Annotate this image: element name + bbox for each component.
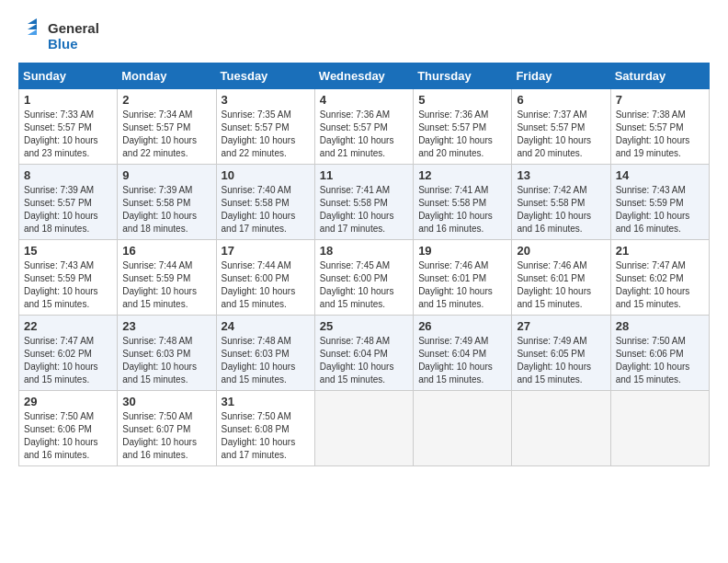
day-number: 20: [517, 244, 605, 258]
day-number: 1: [24, 93, 112, 107]
day-number: 11: [320, 168, 408, 182]
calendar-cell: 3Sunrise: 7:35 AM Sunset: 5:57 PM Daylig…: [216, 89, 314, 165]
cell-details: Sunrise: 7:49 AM Sunset: 6:05 PM Dayligh…: [517, 335, 605, 386]
day-number: 27: [517, 319, 605, 333]
day-number: 16: [122, 244, 210, 258]
cell-details: Sunrise: 7:46 AM Sunset: 6:01 PM Dayligh…: [517, 259, 605, 311]
calendar-row: 15Sunrise: 7:43 AM Sunset: 5:59 PM Dayli…: [19, 240, 710, 316]
svg-marker-2: [28, 29, 37, 35]
calendar-cell: 12Sunrise: 7:41 AM Sunset: 5:58 PM Dayli…: [414, 165, 512, 240]
day-number: 22: [24, 319, 112, 333]
calendar-cell: 11Sunrise: 7:41 AM Sunset: 5:58 PM Dayli…: [314, 165, 413, 240]
calendar-cell: 31Sunrise: 7:50 AM Sunset: 6:08 PM Dayli…: [216, 391, 314, 466]
logo-bird-icon: [18, 18, 46, 53]
cell-details: Sunrise: 7:44 AM Sunset: 6:00 PM Dayligh…: [222, 259, 310, 311]
calendar-cell: 24Sunrise: 7:48 AM Sunset: 6:03 PM Dayli…: [216, 316, 314, 391]
cell-details: Sunrise: 7:42 AM Sunset: 5:58 PM Dayligh…: [517, 184, 605, 236]
day-number: 17: [222, 244, 310, 258]
cell-details: Sunrise: 7:36 AM Sunset: 5:57 PM Dayligh…: [418, 109, 506, 160]
cell-details: Sunrise: 7:34 AM Sunset: 5:57 PM Dayligh…: [122, 109, 210, 160]
calendar-cell: 7Sunrise: 7:38 AM Sunset: 5:57 PM Daylig…: [610, 89, 709, 165]
calendar-cell: 23Sunrise: 7:48 AM Sunset: 6:03 PM Dayli…: [118, 316, 216, 391]
calendar-row: 8Sunrise: 7:39 AM Sunset: 5:57 PM Daylig…: [19, 165, 710, 240]
header-row: SundayMondayTuesdayWednesdayThursdayFrid…: [19, 63, 710, 89]
day-number: 8: [24, 168, 112, 182]
calendar-cell: 1Sunrise: 7:33 AM Sunset: 5:57 PM Daylig…: [19, 89, 118, 165]
day-number: 30: [122, 395, 210, 408]
day-number: 25: [320, 319, 408, 333]
day-number: 31: [222, 395, 310, 408]
calendar-cell: 13Sunrise: 7:42 AM Sunset: 5:58 PM Dayli…: [512, 165, 610, 240]
cell-details: Sunrise: 7:50 AM Sunset: 6:08 PM Dayligh…: [222, 410, 310, 462]
calendar-cell: 22Sunrise: 7:47 AM Sunset: 6:02 PM Dayli…: [19, 316, 118, 391]
svg-marker-0: [28, 18, 37, 24]
cell-details: Sunrise: 7:47 AM Sunset: 6:02 PM Dayligh…: [24, 335, 112, 386]
cell-details: Sunrise: 7:49 AM Sunset: 6:04 PM Dayligh…: [418, 335, 506, 386]
cell-details: Sunrise: 7:46 AM Sunset: 6:01 PM Dayligh…: [418, 259, 506, 311]
day-header-tuesday: Tuesday: [216, 63, 314, 89]
calendar-cell: 25Sunrise: 7:48 AM Sunset: 6:04 PM Dayli…: [314, 316, 413, 391]
cell-details: Sunrise: 7:39 AM Sunset: 5:58 PM Dayligh…: [122, 184, 210, 236]
logo-text: General Blue: [48, 20, 99, 52]
cell-details: Sunrise: 7:48 AM Sunset: 6:04 PM Dayligh…: [320, 335, 408, 386]
day-number: 21: [616, 244, 704, 258]
day-number: 14: [616, 168, 704, 182]
day-number: 6: [517, 93, 605, 107]
day-number: 26: [418, 319, 506, 333]
calendar-row: 29Sunrise: 7:50 AM Sunset: 6:06 PM Dayli…: [19, 391, 710, 466]
day-number: 2: [122, 93, 210, 107]
calendar-cell: 6Sunrise: 7:37 AM Sunset: 5:57 PM Daylig…: [512, 89, 610, 165]
calendar-cell: 16Sunrise: 7:44 AM Sunset: 5:59 PM Dayli…: [118, 240, 216, 316]
cell-details: Sunrise: 7:39 AM Sunset: 5:57 PM Dayligh…: [24, 184, 112, 236]
cell-details: Sunrise: 7:41 AM Sunset: 5:58 PM Dayligh…: [320, 184, 408, 236]
calendar-table: SundayMondayTuesdayWednesdayThursdayFrid…: [18, 63, 710, 466]
day-number: 24: [222, 319, 310, 333]
day-number: 29: [24, 395, 112, 408]
day-number: 10: [222, 168, 310, 182]
logo-line1: General: [48, 20, 99, 36]
calendar-cell: 20Sunrise: 7:46 AM Sunset: 6:01 PM Dayli…: [512, 240, 610, 316]
calendar-cell: [414, 391, 512, 466]
calendar-cell: 27Sunrise: 7:49 AM Sunset: 6:05 PM Dayli…: [512, 316, 610, 391]
cell-details: Sunrise: 7:40 AM Sunset: 5:58 PM Dayligh…: [222, 184, 310, 236]
calendar-cell: [314, 391, 413, 466]
day-number: 4: [320, 93, 408, 107]
logo-line2: Blue: [48, 36, 99, 52]
calendar-cell: 4Sunrise: 7:36 AM Sunset: 5:57 PM Daylig…: [314, 89, 413, 165]
logo: General Blue: [18, 18, 99, 53]
calendar-cell: 18Sunrise: 7:45 AM Sunset: 6:00 PM Dayli…: [314, 240, 413, 316]
calendar-cell: 29Sunrise: 7:50 AM Sunset: 6:06 PM Dayli…: [19, 391, 118, 466]
svg-marker-1: [28, 24, 37, 29]
cell-details: Sunrise: 7:47 AM Sunset: 6:02 PM Dayligh…: [616, 259, 704, 311]
day-number: 3: [222, 93, 310, 107]
calendar-cell: 5Sunrise: 7:36 AM Sunset: 5:57 PM Daylig…: [414, 89, 512, 165]
cell-details: Sunrise: 7:44 AM Sunset: 5:59 PM Dayligh…: [122, 259, 210, 311]
calendar-cell: [512, 391, 610, 466]
calendar-cell: 8Sunrise: 7:39 AM Sunset: 5:57 PM Daylig…: [19, 165, 118, 240]
cell-details: Sunrise: 7:43 AM Sunset: 5:59 PM Dayligh…: [616, 184, 704, 236]
day-number: 15: [24, 244, 112, 258]
day-number: 12: [418, 168, 506, 182]
day-number: 28: [616, 319, 704, 333]
day-number: 23: [122, 319, 210, 333]
calendar-cell: 19Sunrise: 7:46 AM Sunset: 6:01 PM Dayli…: [414, 240, 512, 316]
cell-details: Sunrise: 7:41 AM Sunset: 5:58 PM Dayligh…: [418, 184, 506, 236]
cell-details: Sunrise: 7:48 AM Sunset: 6:03 PM Dayligh…: [222, 335, 310, 386]
logo-container: General Blue: [18, 18, 99, 53]
calendar-cell: [610, 391, 709, 466]
day-number: 9: [122, 168, 210, 182]
cell-details: Sunrise: 7:50 AM Sunset: 6:06 PM Dayligh…: [616, 335, 704, 386]
calendar-cell: 14Sunrise: 7:43 AM Sunset: 5:59 PM Dayli…: [610, 165, 709, 240]
calendar-cell: 28Sunrise: 7:50 AM Sunset: 6:06 PM Dayli…: [610, 316, 709, 391]
day-header-sunday: Sunday: [19, 63, 118, 89]
calendar-cell: 10Sunrise: 7:40 AM Sunset: 5:58 PM Dayli…: [216, 165, 314, 240]
cell-details: Sunrise: 7:35 AM Sunset: 5:57 PM Dayligh…: [222, 109, 310, 160]
day-number: 7: [616, 93, 704, 107]
day-header-saturday: Saturday: [610, 63, 709, 89]
cell-details: Sunrise: 7:48 AM Sunset: 6:03 PM Dayligh…: [122, 335, 210, 386]
calendar-cell: 15Sunrise: 7:43 AM Sunset: 5:59 PM Dayli…: [19, 240, 118, 316]
cell-details: Sunrise: 7:45 AM Sunset: 6:00 PM Dayligh…: [320, 259, 408, 311]
day-number: 5: [418, 93, 506, 107]
cell-details: Sunrise: 7:50 AM Sunset: 6:07 PM Dayligh…: [122, 410, 210, 462]
cell-details: Sunrise: 7:50 AM Sunset: 6:06 PM Dayligh…: [24, 410, 112, 462]
